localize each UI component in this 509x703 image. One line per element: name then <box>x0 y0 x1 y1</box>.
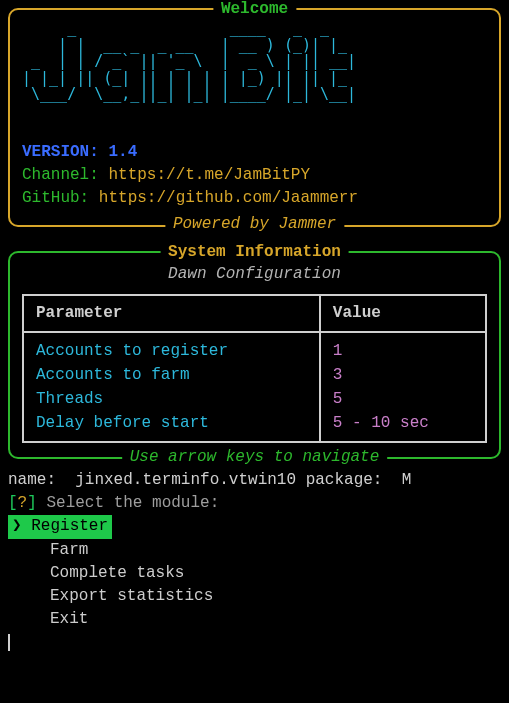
table-row-value: 3 <box>333 363 473 387</box>
system-title: System Information <box>160 241 349 264</box>
nav-hint: Use arrow keys to navigate <box>122 446 388 469</box>
prompt-line: [?] Select the module: <box>8 492 501 515</box>
version-line: VERSION: 1.4 <box>22 141 487 164</box>
prompt-text: Select the module: <box>37 494 219 512</box>
menu-item-complete-tasks[interactable]: Complete tasks <box>50 564 184 582</box>
version-value: 1.4 <box>108 143 137 161</box>
terminfo-line: name: jinxed.terminfo.vtwin10 package: M <box>8 469 501 492</box>
table-row-value: 5 - 10 sec <box>333 411 473 435</box>
menu-item-exit[interactable]: Exit <box>50 610 88 628</box>
welcome-subtitle: Powered by Jammer <box>165 213 344 236</box>
system-panel: System Information Dawn Configuration Pa… <box>8 251 501 459</box>
bracket-close: ] <box>27 494 37 512</box>
channel-link[interactable]: https://t.me/JamBitPY <box>108 166 310 184</box>
table-row-value: 1 <box>333 339 473 363</box>
table-row-value: 5 <box>333 387 473 411</box>
bracket-open: [ <box>8 494 18 512</box>
menu-item-register[interactable]: ❯ Register <box>8 515 112 538</box>
menu-item-farm[interactable]: Farm <box>50 541 88 559</box>
version-label: VERSION: <box>22 143 99 161</box>
system-subtitle: Dawn Configuration <box>168 265 341 283</box>
terminal-area[interactable]: name: jinxed.terminfo.vtwin10 package: M… <box>8 469 501 655</box>
system-table: Parameter Value Accounts to register Acc… <box>22 294 487 443</box>
pointer-icon: ❯ <box>12 517 31 535</box>
github-line: GitHub: https://github.com/Jaammerr <box>22 187 487 210</box>
table-row-param: Threads <box>36 387 307 411</box>
ascii-logo: _ ____ _ _ | | __ _ _ __ | __ ) (_)| |_ … <box>22 20 487 119</box>
table-row-param: Accounts to register <box>36 339 307 363</box>
cursor <box>8 634 10 652</box>
menu-item-export-statistics[interactable]: Export statistics <box>50 587 213 605</box>
table-row-param: Delay before start <box>36 411 307 435</box>
col-parameter: Parameter <box>23 295 320 332</box>
github-link[interactable]: https://github.com/Jaammerr <box>99 189 358 207</box>
channel-label: Channel: <box>22 166 99 184</box>
module-menu[interactable]: ❯ Register Farm Complete tasks Export st… <box>8 515 501 631</box>
welcome-title: Welcome <box>213 0 296 21</box>
table-row-param: Accounts to farm <box>36 363 307 387</box>
github-label: GitHub: <box>22 189 89 207</box>
menu-item-label: Register <box>31 517 108 535</box>
channel-line: Channel: https://t.me/JamBitPY <box>22 164 487 187</box>
question-mark-icon: ? <box>18 494 28 512</box>
welcome-panel: Welcome _ ____ _ _ | | __ _ _ __ | __ ) … <box>8 8 501 227</box>
col-value: Value <box>320 295 486 332</box>
